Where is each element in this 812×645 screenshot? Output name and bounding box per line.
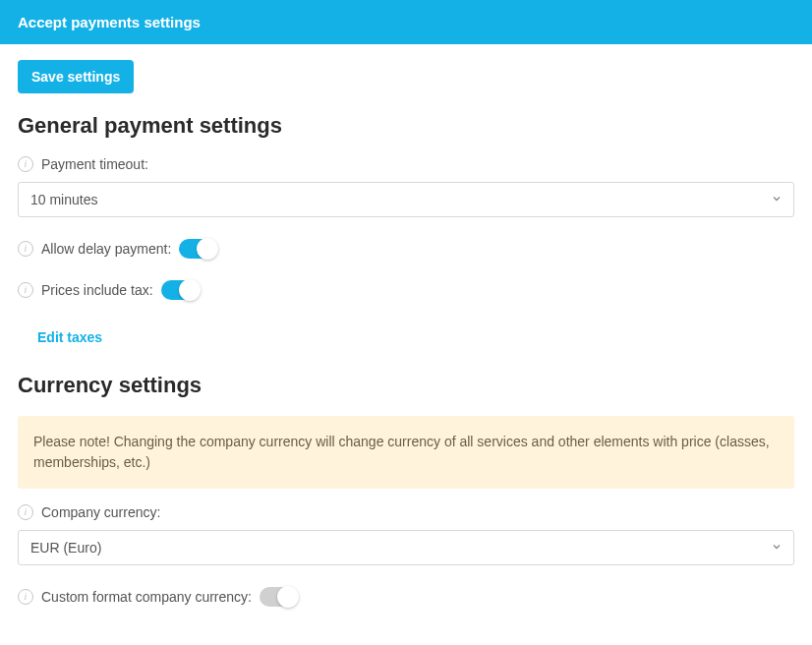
info-icon[interactable]: i [18, 504, 33, 520]
company-currency-label-row: i Company currency: [18, 504, 794, 520]
prices-include-tax-row: i Prices include tax: [18, 280, 794, 300]
toggle-knob [197, 238, 218, 260]
currency-section-title: Currency settings [18, 373, 794, 398]
info-icon[interactable]: i [18, 282, 33, 298]
company-currency-select[interactable]: EUR (Euro) [18, 530, 794, 565]
info-icon[interactable]: i [18, 241, 33, 257]
prices-include-tax-label: Prices include tax: [41, 282, 153, 298]
company-currency-label: Company currency: [41, 504, 160, 520]
save-settings-button[interactable]: Save settings [18, 60, 134, 93]
toggle-knob [179, 279, 201, 301]
custom-format-row: i Custom format company currency: [18, 587, 794, 607]
allow-delay-toggle[interactable] [179, 239, 216, 259]
currency-notice: Please note! Changing the company curren… [18, 416, 794, 489]
edit-taxes-link[interactable]: Edit taxes [37, 329, 102, 345]
prices-include-tax-toggle[interactable] [161, 280, 199, 300]
page-header: Accept payments settings [0, 0, 812, 44]
payment-timeout-select-wrap: 10 minutes [18, 182, 794, 217]
page-title: Accept payments settings [18, 14, 201, 30]
payment-timeout-label-row: i Payment timeout: [18, 156, 794, 172]
company-currency-select-wrap: EUR (Euro) [18, 530, 794, 565]
allow-delay-label: Allow delay payment: [41, 241, 171, 257]
info-icon[interactable]: i [18, 589, 33, 605]
general-section-title: General payment settings [18, 113, 794, 139]
custom-format-toggle[interactable] [260, 587, 297, 607]
content-area: Save settings General payment settings i… [0, 44, 812, 628]
payment-timeout-select[interactable]: 10 minutes [18, 182, 794, 217]
custom-format-label: Custom format company currency: [41, 589, 252, 605]
info-icon[interactable]: i [18, 156, 33, 172]
payment-timeout-label: Payment timeout: [41, 156, 148, 172]
edit-taxes-link-wrap: Edit taxes [18, 306, 794, 353]
allow-delay-row: i Allow delay payment: [18, 239, 794, 259]
toggle-knob [277, 586, 299, 608]
